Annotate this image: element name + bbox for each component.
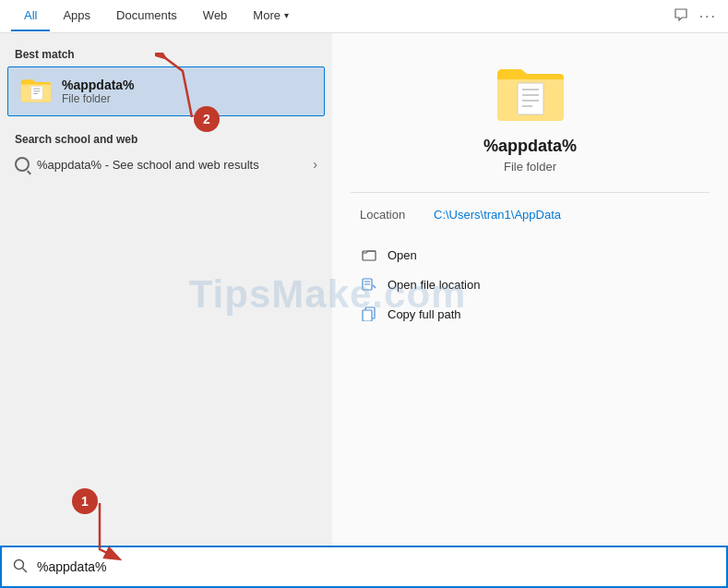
svg-rect-4 (518, 83, 543, 114)
search-window: All Apps Documents Web More ▾ (0, 0, 728, 588)
folder-icon (19, 75, 53, 108)
best-match-name: %appdata% (62, 78, 135, 92)
action-open-file-location[interactable]: Open file location (360, 270, 700, 299)
left-panel: Best match %appdata% File folder (0, 33, 332, 546)
svg-line-18 (23, 568, 28, 572)
web-search-item[interactable]: %appdata% - See school and web results › (0, 151, 332, 177)
result-meta: Location C:\Users\tran1\AppData (351, 208, 710, 222)
best-match-label: Best match (0, 44, 332, 66)
svg-point-17 (15, 559, 24, 569)
options-icon[interactable]: ··· (699, 8, 717, 25)
tab-all[interactable]: All (11, 1, 50, 31)
copy-icon (360, 305, 378, 323)
search-circle-icon (15, 157, 30, 172)
action-open[interactable]: Open (360, 240, 700, 270)
chevron-down-icon: ▾ (284, 10, 289, 20)
school-web-label: Search school and web (0, 129, 332, 151)
file-location-icon (360, 275, 378, 294)
svg-rect-14 (363, 310, 372, 321)
action-list: Open Open file location (351, 240, 710, 329)
svg-rect-0 (31, 86, 43, 99)
nav-bar: All Apps Documents Web More ▾ (0, 0, 728, 33)
open-file-location-label: Open file location (388, 278, 480, 292)
result-folder-icon (494, 61, 567, 126)
location-label: Location (360, 208, 434, 222)
tab-web[interactable]: Web (190, 1, 241, 31)
tab-apps[interactable]: Apps (50, 1, 103, 31)
location-value[interactable]: C:\Users\tran1\AppData (434, 208, 561, 222)
search-bar (0, 546, 728, 588)
best-match-type: File folder (62, 92, 135, 105)
action-copy-full-path[interactable]: Copy full path (360, 299, 700, 329)
right-panel: %appdata% File folder Location C:\Users\… (332, 33, 728, 546)
search-icon (13, 558, 28, 576)
open-label: Open (388, 248, 417, 262)
open-icon (360, 246, 378, 264)
tab-more[interactable]: More ▾ (240, 1, 302, 31)
best-match-item[interactable]: %appdata% File folder (7, 66, 325, 116)
school-web-section: Search school and web %appdata% - See sc… (0, 129, 332, 177)
nav-tabs: All Apps Documents Web More ▾ (11, 1, 674, 31)
copy-full-path-label: Copy full path (388, 307, 461, 321)
result-type: File folder (504, 160, 556, 174)
chevron-right-icon: › (313, 157, 317, 172)
best-match-text: %appdata% File folder (62, 78, 135, 105)
feedback-icon[interactable] (674, 7, 688, 25)
web-item-text: %appdata% - See school and web results (37, 158, 313, 172)
search-input[interactable] (37, 559, 715, 574)
main-content: Best match %appdata% File folder (0, 33, 728, 546)
nav-icons: ··· (674, 7, 717, 25)
result-divider (351, 192, 710, 193)
result-title: %appdata% (483, 137, 577, 156)
tab-documents[interactable]: Documents (103, 1, 190, 31)
